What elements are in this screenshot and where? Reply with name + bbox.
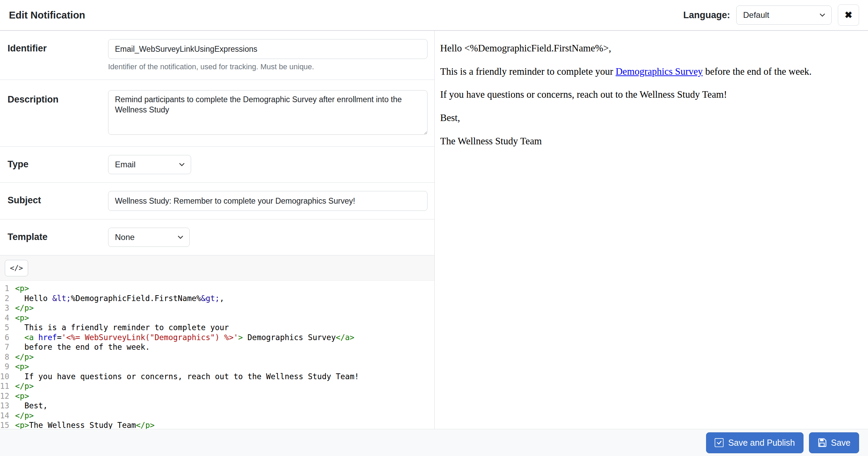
close-icon: ✖ [845, 10, 853, 21]
subject-label: Subject [8, 191, 108, 206]
preview-paragraph: Hello <%DemographicField.FirstName%>, [440, 43, 860, 54]
code-line[interactable]: 6 <a href='<%= WebSurveyLink("Demographi… [0, 333, 434, 343]
identifier-input[interactable] [108, 39, 427, 59]
chevron-down-icon [178, 161, 185, 168]
type-select-value: Email [115, 160, 136, 169]
code-line[interactable]: 1<p> [0, 284, 434, 293]
preview-paragraph: This is a friendly reminder to complete … [440, 66, 860, 77]
page-title: Edit Notification [9, 10, 85, 21]
code-line[interactable]: 11</p> [0, 381, 434, 391]
code-line[interactable]: 5 This is a friendly reminder to complet… [0, 323, 434, 333]
line-number: 11 [0, 381, 15, 391]
preview-paragraph: The Wellness Study Team [440, 135, 860, 147]
line-number: 15 [0, 420, 15, 429]
code-line[interactable]: 10 If you have questions or concerns, re… [0, 372, 434, 382]
code-text: <p> [15, 313, 29, 323]
editor-toolbar: </> [0, 255, 434, 281]
code-text: <p> [15, 284, 29, 293]
line-number: 13 [0, 401, 15, 411]
code-line[interactable]: 2 Hello &lt;%DemographicField.FirstName%… [0, 293, 434, 303]
preview-paragraph: Best, [440, 112, 860, 124]
code-text: Hello &lt;%DemographicField.FirstName%&g… [15, 293, 224, 303]
language-label: Language: [683, 10, 730, 21]
code-lines: 1<p>2 Hello &lt;%DemographicField.FirstN… [0, 284, 434, 429]
template-row: Template None [0, 219, 434, 255]
line-number: 10 [0, 372, 15, 382]
save-icon [818, 438, 826, 447]
subject-input[interactable] [108, 191, 427, 211]
description-row: Description Remind participants to compl… [0, 80, 434, 147]
template-select-value: None [115, 232, 134, 242]
save-and-publish-button[interactable]: Save and Publish [706, 432, 804, 453]
code-text: This is a friendly reminder to complete … [15, 323, 229, 333]
close-button[interactable]: ✖ [838, 4, 859, 26]
identifier-help-text: Identifier of the notification, used for… [108, 62, 427, 71]
identifier-row: Identifier Identifier of the notificatio… [0, 31, 434, 80]
code-text: </p> [15, 352, 34, 362]
code-text: Best, [15, 401, 48, 411]
line-number: 5 [0, 323, 15, 333]
template-control: None [108, 228, 427, 247]
code-line[interactable]: 4<p> [0, 313, 434, 323]
code-text: <p>The Wellness Study Team</p> [15, 420, 154, 429]
code-line[interactable]: 3</p> [0, 303, 434, 313]
preview-pane: Hello <%DemographicField.FirstName%>,Thi… [435, 31, 868, 429]
line-number: 7 [0, 342, 15, 352]
code-text: If you have questions or concerns, reach… [15, 372, 359, 382]
preview-paragraph: If you have questions or concerns, reach… [440, 89, 860, 100]
save-button[interactable]: Save [809, 432, 859, 453]
preview-survey-link[interactable]: Demographics Survey [615, 66, 703, 77]
line-number: 1 [0, 284, 15, 293]
code-line[interactable]: 8</p> [0, 352, 434, 362]
code-line[interactable]: 13 Best, [0, 401, 434, 411]
chevron-down-icon [177, 234, 184, 241]
check-square-icon [715, 438, 724, 447]
code-text: <p> [15, 391, 29, 401]
language-select[interactable]: Default [736, 5, 832, 25]
header-right: Language: Default ✖ [683, 4, 859, 26]
subject-control [108, 191, 427, 211]
code-text: </p> [15, 303, 34, 313]
description-control: Remind participants to complete the Demo… [108, 90, 427, 136]
code-text: <a href='<%= WebSurveyLink("Demographics… [15, 333, 354, 343]
line-number: 12 [0, 391, 15, 401]
description-label: Description [8, 90, 108, 105]
code-line[interactable]: 15<p>The Wellness Study Team</p> [0, 420, 434, 429]
code-text: </p> [15, 411, 34, 421]
identifier-label: Identifier [8, 39, 108, 54]
line-number: 3 [0, 303, 15, 313]
main-content: Identifier Identifier of the notificatio… [0, 31, 868, 429]
code-editor[interactable]: 1<p>2 Hello &lt;%DemographicField.FirstN… [0, 281, 434, 429]
line-number: 9 [0, 362, 15, 372]
line-number: 2 [0, 293, 15, 303]
edit-notification-form: Identifier Identifier of the notificatio… [0, 31, 435, 429]
template-select[interactable]: None [108, 228, 190, 247]
footer: Save and Publish Save [0, 429, 868, 456]
line-number: 14 [0, 411, 15, 421]
code-text: </p> [15, 381, 34, 391]
type-row: Type Email [0, 147, 434, 183]
identifier-control: Identifier of the notification, used for… [108, 39, 427, 71]
code-line[interactable]: 12<p> [0, 391, 434, 401]
line-number: 6 [0, 333, 15, 343]
description-textarea[interactable]: Remind participants to complete the Demo… [108, 90, 427, 135]
save-label: Save [831, 438, 851, 448]
save-and-publish-label: Save and Publish [728, 438, 795, 448]
code-text: <p> [15, 362, 29, 372]
code-line[interactable]: 14</p> [0, 411, 434, 421]
chevron-down-icon [819, 12, 826, 19]
type-control: Email [108, 155, 427, 174]
code-line[interactable]: 9<p> [0, 362, 434, 372]
line-number: 4 [0, 313, 15, 323]
subject-row: Subject [0, 183, 434, 219]
header: Edit Notification Language: Default ✖ [0, 0, 868, 31]
type-select[interactable]: Email [108, 155, 191, 174]
code-line[interactable]: 7 before the end of the week. [0, 342, 434, 352]
source-code-button[interactable]: </> [5, 260, 28, 276]
code-text: before the end of the week. [15, 342, 150, 352]
language-select-value: Default [743, 10, 769, 20]
line-number: 8 [0, 352, 15, 362]
template-label: Template [8, 228, 108, 242]
type-label: Type [8, 155, 108, 170]
